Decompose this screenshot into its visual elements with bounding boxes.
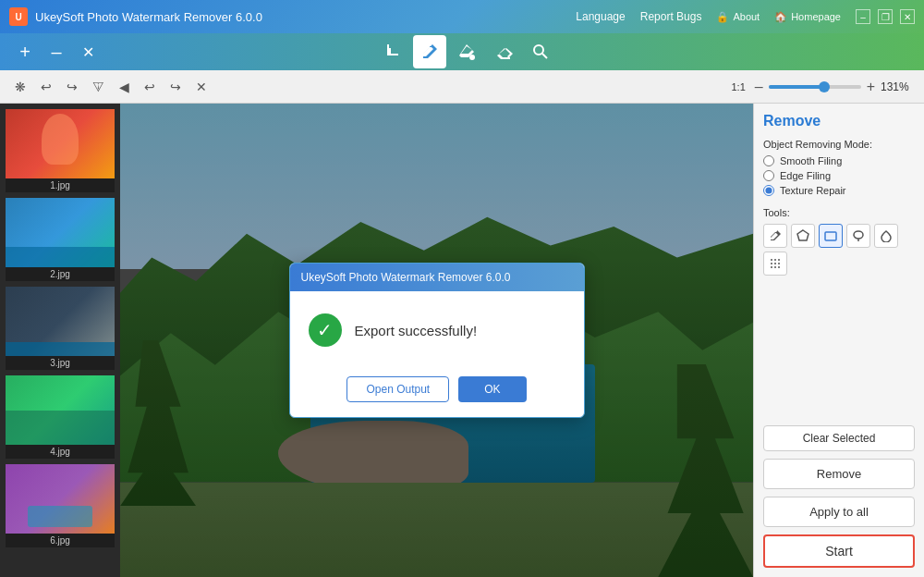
app-icon: U: [9, 7, 28, 26]
zoom-out-button[interactable]: –: [755, 79, 763, 95]
ok-button[interactable]: OK: [458, 376, 526, 402]
edge-filing-option[interactable]: Edge Filing: [763, 170, 915, 181]
edge-filing-radio[interactable]: [763, 170, 774, 181]
zoom-slider[interactable]: [769, 85, 861, 89]
thumbnail-item-3[interactable]: 3.jpg: [4, 285, 116, 372]
dialog-overlay: UkeySoft Photo Watermark Remover 6.0.0 ✓…: [120, 104, 753, 577]
add-file-button[interactable]: +: [15, 42, 35, 62]
minimize-button[interactable]: –: [856, 9, 870, 24]
svg-line-2: [542, 54, 547, 58]
close-files-button[interactable]: ✕: [78, 42, 98, 62]
start-button[interactable]: Start: [763, 534, 915, 568]
restore-button[interactable]: ❐: [878, 9, 893, 24]
svg-point-10: [778, 266, 780, 268]
brush-panel-button[interactable]: [763, 224, 787, 248]
svg-point-11: [774, 259, 776, 261]
thumbnail-item-1[interactable]: 1.jpg: [4, 107, 116, 194]
pattern-panel-button[interactable]: [763, 252, 787, 276]
polygon-panel-button[interactable]: [791, 224, 815, 248]
rotate-left-icon[interactable]: ↩: [37, 78, 55, 96]
svg-point-12: [774, 266, 776, 268]
main-toolbar: + – ✕: [0, 33, 924, 70]
thumbnail-image-4: [6, 375, 115, 445]
panel-title: Remove: [763, 113, 915, 129]
thumbnail-item-2[interactable]: 2.jpg: [4, 196, 116, 283]
zoom-tool-button[interactable]: [524, 35, 557, 68]
flip-vertical-icon[interactable]: ⚠: [89, 78, 108, 96]
remove-file-button[interactable]: –: [46, 42, 67, 62]
rotate-right-icon[interactable]: ↪: [63, 78, 81, 96]
about-button[interactable]: 🔒 About: [716, 11, 760, 23]
thumbnail-item-6[interactable]: 6.jpg: [4, 462, 116, 549]
remove-button[interactable]: Remove: [763, 459, 915, 489]
report-bugs-link[interactable]: Report Bugs: [640, 10, 702, 23]
redo-icon[interactable]: ↪: [166, 78, 185, 96]
smooth-filing-option[interactable]: Smooth Filing: [763, 155, 915, 166]
close-icon: ✕: [82, 43, 94, 61]
rect-panel-button[interactable]: [819, 224, 843, 248]
secondary-toolbar: ❋ ↩ ↪ ⚠ ◀ ↩ ↪ ✕ 1:1 – + 131%: [0, 70, 924, 104]
dialog-header: UkeySoft Photo Watermark Remover 6.0.0: [290, 264, 584, 291]
zoom-ratio-label: 1:1: [731, 81, 745, 92]
homepage-button[interactable]: 🏠 Homepage: [774, 11, 841, 23]
thumbnail-image-3: [6, 287, 115, 356]
svg-marker-3: [797, 230, 808, 240]
thumbnail-item-4[interactable]: 4.jpg: [4, 374, 116, 460]
plus-icon: +: [19, 42, 30, 63]
thumbnail-label-3: 3.jpg: [6, 356, 115, 370]
svg-point-14: [778, 263, 780, 264]
reset-icon[interactable]: ✕: [192, 78, 211, 96]
lasso-panel-button[interactable]: [846, 224, 870, 248]
smooth-filing-radio[interactable]: [763, 155, 774, 166]
app-title: UkeySoft Photo Watermark Remover 6.0.0: [35, 10, 262, 24]
zoom-slider-track: [769, 85, 824, 89]
main-content: 1.jpg 2.jpg 3.jpg 4.jpg 6.jpg: [0, 104, 924, 577]
object-removing-mode-label: Object Removing Mode:: [763, 139, 915, 150]
brush-tool-button[interactable]: [413, 35, 446, 68]
apply-to-all-button[interactable]: Apply to all: [763, 497, 915, 527]
toolbar-file-controls: + – ✕: [15, 42, 98, 62]
right-panel: Remove Object Removing Mode: Smooth Fili…: [753, 104, 924, 577]
mode-radio-group: Smooth Filing Edge Filing Texture Repair: [763, 155, 915, 196]
thumbnail-image-2: [6, 198, 115, 267]
zoom-controls: 1:1 – + 131%: [731, 79, 913, 95]
home-icon: 🏠: [774, 11, 787, 23]
undo-icon[interactable]: ↩: [140, 78, 159, 96]
titlebar-right: Language Report Bugs 🔒 About 🏠 Homepage …: [576, 9, 915, 24]
success-icon: ✓: [309, 313, 342, 347]
clear-selected-button[interactable]: Clear Selected: [763, 425, 915, 451]
svg-point-0: [469, 55, 475, 60]
lock-icon: 🔒: [716, 11, 729, 23]
svg-point-7: [771, 259, 772, 261]
minus-icon: –: [51, 42, 61, 63]
crop-tool-button[interactable]: [376, 35, 409, 68]
tools-section-label: Tools:: [763, 207, 915, 218]
svg-point-9: [771, 266, 772, 268]
canvas-area[interactable]: UkeySoft Photo Watermark Remover 6.0.0 ✓…: [120, 104, 753, 577]
window-controls: – ❐ ✕: [856, 9, 915, 24]
tools-grid: [763, 224, 915, 276]
svg-point-13: [771, 263, 772, 264]
export-success-dialog: UkeySoft Photo Watermark Remover 6.0.0 ✓…: [289, 263, 585, 418]
dialog-body: ✓ Export successfully!: [290, 291, 584, 369]
thumbnail-image-1: [6, 109, 115, 178]
pattern-icon[interactable]: ❋: [11, 78, 30, 96]
texture-repair-label: Texture Repair: [780, 185, 846, 196]
open-output-button[interactable]: Open Output: [346, 376, 449, 402]
titlebar-left: U UkeySoft Photo Watermark Remover 6.0.0: [9, 7, 262, 26]
zoom-in-button[interactable]: +: [867, 79, 875, 95]
zoom-slider-thumb: [819, 81, 830, 92]
texture-repair-radio[interactable]: [763, 185, 774, 196]
paint-panel-button[interactable]: [874, 224, 898, 248]
texture-repair-option[interactable]: Texture Repair: [763, 185, 915, 196]
zoom-percent-label: 131%: [881, 80, 913, 93]
edge-filing-label: Edge Filing: [780, 170, 831, 181]
thumbnail-label-4: 4.jpg: [6, 445, 115, 459]
flip-horizontal-icon[interactable]: ◀: [116, 78, 133, 96]
language-link[interactable]: Language: [576, 10, 625, 23]
dialog-message: Export successfully!: [355, 323, 478, 338]
thumbnail-image-6: [6, 464, 115, 534]
fill-tool-button[interactable]: [450, 35, 483, 68]
close-button[interactable]: ✕: [900, 9, 915, 24]
eraser-tool-button[interactable]: [487, 35, 520, 68]
